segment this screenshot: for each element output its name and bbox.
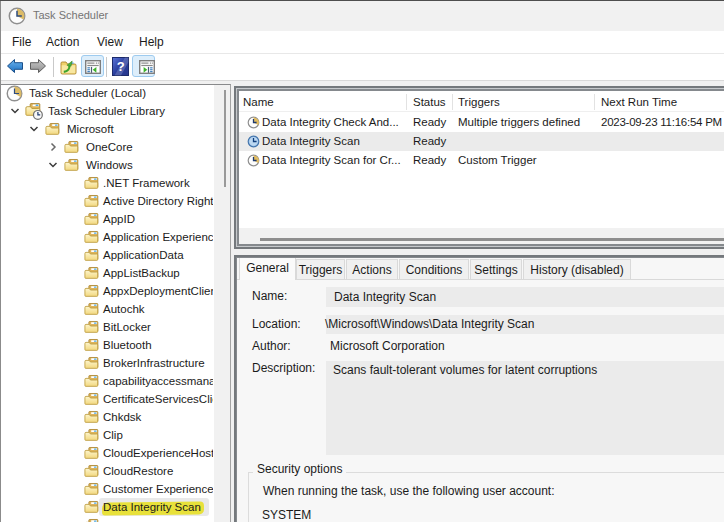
svg-text:?: ? [117,59,125,74]
